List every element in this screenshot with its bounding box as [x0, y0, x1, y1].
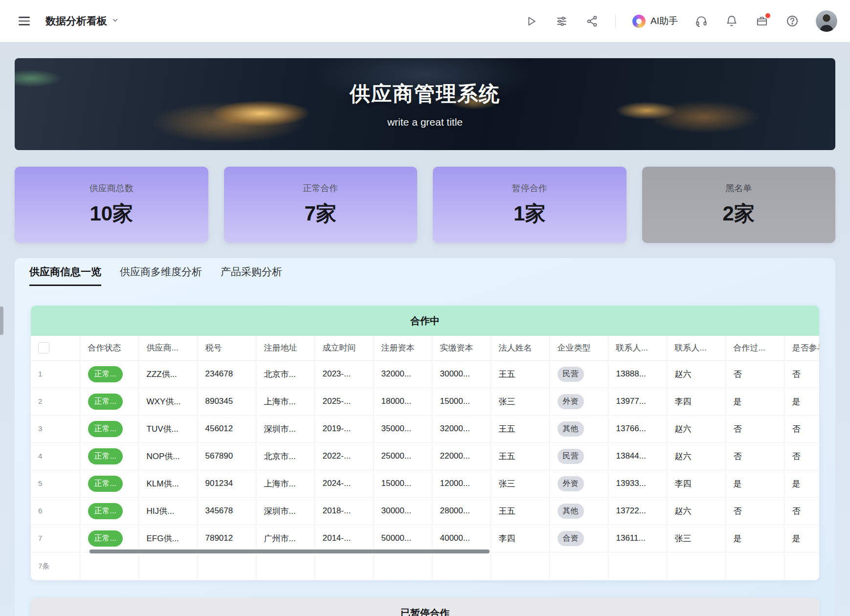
cell-cooperated: 否	[725, 497, 784, 525]
tab-procurement-analysis[interactable]: 产品采购分析	[221, 265, 282, 286]
sliders-icon[interactable]	[555, 14, 568, 28]
cell-paid-capital: 40000...	[432, 525, 491, 552]
table-row[interactable]: 5 正常... KLM供... 901234 上海市... 2024-... 1…	[31, 470, 819, 497]
row-number: 4	[38, 452, 42, 460]
stat-card-paused-cooperation[interactable]: 暂停合作 1家	[433, 167, 626, 243]
table-row[interactable]: 6 正常... HIJ供... 345678 深圳市... 2018-... 3…	[31, 497, 819, 525]
cell-founded: 2022-...	[314, 442, 373, 470]
stat-card-total-suppliers[interactable]: 供应商总数 10家	[15, 167, 208, 243]
ai-assistant-label: AI助手	[650, 15, 678, 27]
avatar[interactable]	[816, 10, 837, 32]
stat-card-normal-cooperation[interactable]: 正常合作 7家	[224, 167, 418, 243]
cell-contact-name: 张三	[667, 525, 725, 552]
cell-contact-name: 赵六	[667, 442, 725, 470]
bell-icon[interactable]	[725, 14, 738, 28]
cell-founded: 2024-...	[314, 470, 373, 497]
play-icon[interactable]	[524, 14, 538, 28]
cell-supplier: ZZZ供...	[138, 360, 197, 388]
row-number: 2	[38, 397, 42, 405]
table-row[interactable]: 3 正常... TUV供... 456012 深圳市... 2019-... 3…	[31, 415, 819, 442]
stat-label: 暂停合作	[512, 182, 547, 194]
cell-address: 广州市...	[256, 525, 314, 552]
col-header-status: 合作状态	[80, 336, 138, 360]
dashboard-title-dropdown[interactable]: 数据分析看板	[45, 14, 119, 28]
cell-tax-id: 345678	[197, 497, 256, 525]
cell-contact-name: 赵六	[667, 415, 725, 442]
cell-participated: 是	[784, 388, 819, 415]
cell-paid-capital: 22000...	[432, 442, 491, 470]
cell-contact-phone: 13766...	[608, 415, 667, 442]
cell-contact-phone: 13977...	[608, 388, 667, 415]
cell-supplier: WXY供...	[138, 388, 197, 415]
cell-tax-id: 901234	[197, 470, 256, 497]
cell-cooperated: 否	[725, 442, 784, 470]
cell-participated: 否	[784, 442, 819, 470]
briefcase-icon[interactable]	[755, 14, 769, 28]
cell-cooperated: 否	[725, 415, 784, 442]
cell-cooperated: 否	[725, 360, 784, 388]
table-row[interactable]: 1 正常... ZZZ供... 234678 北京市... 2023-... 3…	[31, 360, 819, 388]
cell-registered-capital: 50000...	[373, 525, 432, 552]
table-row[interactable]: 7 正常... EFG供... 789012 广州市... 2014-... 5…	[31, 525, 819, 552]
type-badge: 其他	[558, 504, 584, 519]
cell-registered-capital: 35000...	[373, 415, 432, 442]
cell-tax-id: 890345	[197, 388, 256, 415]
status-badge: 正常...	[88, 530, 123, 547]
cell-registered-capital: 30000...	[373, 497, 432, 525]
cell-address: 北京市...	[256, 360, 314, 388]
cell-legal-person: 王五	[491, 360, 549, 388]
status-badge: 正常...	[88, 448, 123, 464]
table-row[interactable]: 2 正常... WXY供... 890345 上海市... 2025-... 1…	[31, 388, 819, 415]
type-badge: 外资	[558, 394, 584, 409]
cell-registered-capital: 25000...	[373, 442, 432, 470]
row-number: 5	[38, 479, 42, 487]
cell-contact-phone: 13888...	[608, 360, 667, 388]
cell-contact-name: 赵六	[667, 360, 725, 388]
cell-contact-phone: 13844...	[608, 442, 667, 470]
table-row[interactable]: 4 正常... NOP供... 567890 北京市... 2022-... 2…	[31, 442, 819, 470]
col-header-tax-id: 税号	[197, 336, 256, 360]
hero-banner: 供应商管理系统 write a great title	[15, 58, 835, 150]
section-header-paused: 已暂停合作	[31, 598, 819, 616]
cell-contact-name: 李四	[667, 470, 725, 497]
stat-value: 7家	[305, 200, 336, 227]
cell-cooperated: 是	[725, 388, 784, 415]
topbar: 数据分析看板 AI助手	[0, 0, 850, 42]
cell-paid-capital: 32000...	[432, 415, 491, 442]
cell-founded: 2023-...	[314, 360, 373, 388]
type-badge: 民营	[558, 449, 584, 464]
status-badge: 正常...	[88, 476, 123, 492]
stat-cards: 供应商总数 10家 正常合作 7家 暂停合作 1家 黑名单 2家	[15, 167, 835, 243]
cell-founded: 2019-...	[314, 415, 373, 442]
cell-registered-capital: 15000...	[373, 470, 432, 497]
vertical-scrollbar[interactable]	[0, 307, 3, 335]
cell-participated: 否	[784, 497, 819, 525]
tab-supplier-info[interactable]: 供应商信息一览	[29, 265, 101, 286]
ai-assistant-button[interactable]: AI助手	[632, 15, 678, 28]
type-badge: 其他	[558, 421, 584, 437]
status-badge: 正常...	[88, 503, 123, 519]
cell-registered-capital: 18000...	[373, 388, 432, 415]
row-number: 3	[38, 424, 42, 433]
cell-supplier: EFG供...	[138, 525, 197, 552]
cell-contact-phone: 13933...	[608, 470, 667, 497]
row-number: 1	[38, 370, 42, 378]
stat-card-blacklist[interactable]: 黑名单 2家	[642, 167, 836, 243]
cell-legal-person: 张三	[491, 470, 549, 497]
col-header-registered-capital: 注册资本	[373, 336, 432, 360]
cell-participated: 否	[784, 415, 819, 442]
horizontal-scrollbar[interactable]	[89, 550, 490, 553]
cell-address: 上海市...	[256, 470, 314, 497]
share-icon[interactable]	[585, 14, 599, 28]
tab-multidimensional-analysis[interactable]: 供应商多维度分析	[120, 265, 202, 286]
help-icon[interactable]	[785, 14, 799, 28]
table-header-row: 合作状态 供应商... 税号 注册地址 成立时间 注册资本 实缴资本 法人姓名 …	[31, 336, 819, 360]
menu-icon[interactable]	[17, 15, 32, 27]
cell-paid-capital: 12000...	[432, 470, 491, 497]
cell-contact-phone: 13722...	[608, 497, 667, 525]
select-all-checkbox[interactable]	[38, 342, 49, 353]
cell-cooperated: 是	[725, 525, 784, 552]
cell-founded: 2025-...	[314, 388, 373, 415]
page-title: 数据分析看板	[45, 14, 107, 28]
headset-icon[interactable]	[694, 14, 708, 28]
